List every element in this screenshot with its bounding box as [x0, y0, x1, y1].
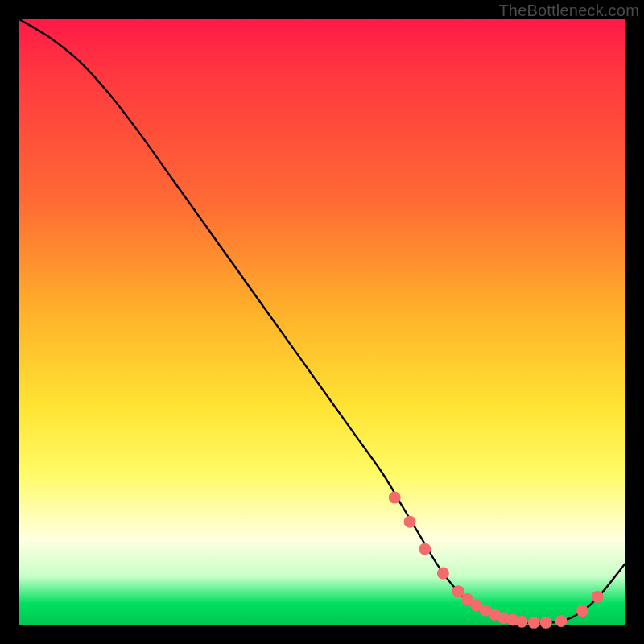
highlight-dot	[540, 617, 552, 629]
highlight-dot	[404, 516, 416, 528]
highlight-dot	[389, 492, 401, 504]
highlight-dot	[419, 543, 431, 555]
highlight-dot	[528, 617, 540, 629]
chart-svg	[19, 19, 625, 625]
highlight-dot	[437, 568, 449, 580]
chart-plot-area	[19, 19, 625, 625]
chart-frame	[19, 19, 625, 625]
highlight-dot	[592, 591, 604, 603]
highlight-dot	[576, 605, 588, 617]
bottleneck-curve-path	[19, 19, 625, 623]
highlight-dot	[452, 585, 464, 597]
highlight-dots-group	[389, 492, 604, 629]
highlight-dot	[516, 616, 528, 628]
highlight-dot	[555, 615, 568, 627]
watermark-text: TheBottleneck.com	[498, 2, 639, 20]
